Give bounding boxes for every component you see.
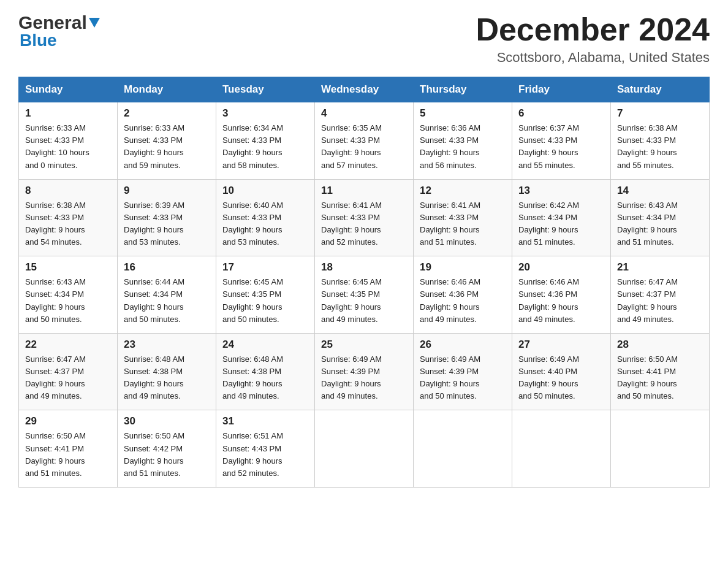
calendar-day-cell: 27Sunrise: 6:49 AMSunset: 4:40 PMDayligh… xyxy=(512,333,611,410)
logo-general-text: General xyxy=(18,12,87,33)
calendar-day-cell: 26Sunrise: 6:49 AMSunset: 4:39 PMDayligh… xyxy=(414,333,512,410)
calendar-day-cell xyxy=(414,410,512,488)
day-number: 27 xyxy=(518,339,604,351)
day-info: Sunrise: 6:33 AMSunset: 4:33 PMDaylight:… xyxy=(25,122,111,172)
calendar-day-cell: 19Sunrise: 6:46 AMSunset: 4:36 PMDayligh… xyxy=(414,256,512,334)
col-tuesday: Tuesday xyxy=(216,77,315,102)
day-info: Sunrise: 6:37 AMSunset: 4:33 PMDaylight:… xyxy=(518,122,604,172)
day-info: Sunrise: 6:38 AMSunset: 4:33 PMDaylight:… xyxy=(617,122,703,172)
logo: General Blue xyxy=(18,12,100,49)
day-info: Sunrise: 6:48 AMSunset: 4:38 PMDaylight:… xyxy=(222,353,308,403)
day-info: Sunrise: 6:43 AMSunset: 4:34 PMDaylight:… xyxy=(617,199,703,249)
calendar-day-cell: 5Sunrise: 6:36 AMSunset: 4:33 PMDaylight… xyxy=(414,102,512,180)
day-info: Sunrise: 6:49 AMSunset: 4:40 PMDaylight:… xyxy=(518,353,604,403)
day-number: 25 xyxy=(321,339,407,351)
day-number: 20 xyxy=(518,261,604,274)
day-number: 6 xyxy=(518,107,604,120)
day-number: 29 xyxy=(25,415,111,427)
calendar-day-cell: 24Sunrise: 6:48 AMSunset: 4:38 PMDayligh… xyxy=(216,333,315,410)
calendar-day-cell: 13Sunrise: 6:42 AMSunset: 4:34 PMDayligh… xyxy=(512,179,611,256)
calendar-day-cell: 3Sunrise: 6:34 AMSunset: 4:33 PMDaylight… xyxy=(216,102,315,180)
calendar-day-cell: 18Sunrise: 6:45 AMSunset: 4:35 PMDayligh… xyxy=(315,256,414,334)
col-saturday: Saturday xyxy=(611,77,710,102)
day-info: Sunrise: 6:44 AMSunset: 4:34 PMDaylight:… xyxy=(124,276,210,326)
calendar-day-cell: 16Sunrise: 6:44 AMSunset: 4:34 PMDayligh… xyxy=(118,256,216,334)
day-number: 2 xyxy=(124,107,210,120)
day-info: Sunrise: 6:49 AMSunset: 4:39 PMDaylight:… xyxy=(321,353,407,403)
calendar-day-cell: 6Sunrise: 6:37 AMSunset: 4:33 PMDaylight… xyxy=(512,102,611,180)
calendar-day-cell: 31Sunrise: 6:51 AMSunset: 4:43 PMDayligh… xyxy=(216,410,315,488)
day-number: 14 xyxy=(617,185,703,197)
col-thursday: Thursday xyxy=(414,77,512,102)
day-info: Sunrise: 6:40 AMSunset: 4:33 PMDaylight:… xyxy=(222,199,308,249)
calendar-day-cell xyxy=(512,410,611,488)
calendar-location: Scottsboro, Alabama, United States xyxy=(476,50,710,66)
day-number: 30 xyxy=(124,415,210,427)
calendar-day-cell: 14Sunrise: 6:43 AMSunset: 4:34 PMDayligh… xyxy=(611,179,710,256)
day-number: 11 xyxy=(321,185,407,197)
day-number: 18 xyxy=(321,261,407,274)
day-number: 15 xyxy=(25,261,111,274)
calendar-week-row: 15Sunrise: 6:43 AMSunset: 4:34 PMDayligh… xyxy=(19,256,710,334)
day-info: Sunrise: 6:46 AMSunset: 4:36 PMDaylight:… xyxy=(518,276,604,326)
calendar-day-cell: 4Sunrise: 6:35 AMSunset: 4:33 PMDaylight… xyxy=(315,102,414,180)
day-info: Sunrise: 6:38 AMSunset: 4:33 PMDaylight:… xyxy=(25,199,111,249)
day-number: 23 xyxy=(124,339,210,351)
calendar-day-cell: 30Sunrise: 6:50 AMSunset: 4:42 PMDayligh… xyxy=(118,410,216,488)
calendar-day-cell: 21Sunrise: 6:47 AMSunset: 4:37 PMDayligh… xyxy=(611,256,710,334)
day-info: Sunrise: 6:39 AMSunset: 4:33 PMDaylight:… xyxy=(124,199,210,249)
calendar-week-row: 29Sunrise: 6:50 AMSunset: 4:41 PMDayligh… xyxy=(19,410,710,488)
day-number: 5 xyxy=(420,107,506,120)
calendar-day-cell: 11Sunrise: 6:41 AMSunset: 4:33 PMDayligh… xyxy=(315,179,414,256)
day-info: Sunrise: 6:49 AMSunset: 4:39 PMDaylight:… xyxy=(420,353,506,403)
day-number: 21 xyxy=(617,261,703,274)
day-number: 17 xyxy=(222,261,308,274)
day-number: 12 xyxy=(420,185,506,197)
day-number: 8 xyxy=(25,185,111,197)
calendar-day-cell: 17Sunrise: 6:45 AMSunset: 4:35 PMDayligh… xyxy=(216,256,315,334)
day-number: 22 xyxy=(25,339,111,351)
day-info: Sunrise: 6:43 AMSunset: 4:34 PMDaylight:… xyxy=(25,276,111,326)
calendar-table: Sunday Monday Tuesday Wednesday Thursday… xyxy=(18,77,710,488)
day-number: 19 xyxy=(420,261,506,274)
logo-blue-text: Blue xyxy=(18,32,57,49)
day-info: Sunrise: 6:41 AMSunset: 4:33 PMDaylight:… xyxy=(420,199,506,249)
day-number: 4 xyxy=(321,107,407,120)
day-number: 28 xyxy=(617,339,703,351)
day-info: Sunrise: 6:50 AMSunset: 4:42 PMDaylight:… xyxy=(124,430,210,480)
page-header: General Blue December 2024 Scottsboro, A… xyxy=(18,12,710,66)
logo-triangle-icon xyxy=(89,18,100,31)
calendar-day-cell: 22Sunrise: 6:47 AMSunset: 4:37 PMDayligh… xyxy=(19,333,118,410)
calendar-day-cell: 8Sunrise: 6:38 AMSunset: 4:33 PMDaylight… xyxy=(19,179,118,256)
calendar-day-cell: 10Sunrise: 6:40 AMSunset: 4:33 PMDayligh… xyxy=(216,179,315,256)
day-info: Sunrise: 6:42 AMSunset: 4:34 PMDaylight:… xyxy=(518,199,604,249)
calendar-day-cell: 12Sunrise: 6:41 AMSunset: 4:33 PMDayligh… xyxy=(414,179,512,256)
day-info: Sunrise: 6:45 AMSunset: 4:35 PMDaylight:… xyxy=(222,276,308,326)
day-info: Sunrise: 6:51 AMSunset: 4:43 PMDaylight:… xyxy=(222,430,308,480)
day-number: 13 xyxy=(518,185,604,197)
calendar-day-cell: 1Sunrise: 6:33 AMSunset: 4:33 PMDaylight… xyxy=(19,102,118,180)
calendar-day-cell: 25Sunrise: 6:49 AMSunset: 4:39 PMDayligh… xyxy=(315,333,414,410)
col-friday: Friday xyxy=(512,77,611,102)
day-number: 1 xyxy=(25,107,111,120)
title-block: December 2024 Scottsboro, Alabama, Unite… xyxy=(476,12,710,66)
day-info: Sunrise: 6:33 AMSunset: 4:33 PMDaylight:… xyxy=(124,122,210,172)
calendar-day-cell: 23Sunrise: 6:48 AMSunset: 4:38 PMDayligh… xyxy=(118,333,216,410)
day-number: 26 xyxy=(420,339,506,351)
day-number: 7 xyxy=(617,107,703,120)
day-info: Sunrise: 6:50 AMSunset: 4:41 PMDaylight:… xyxy=(617,353,703,403)
calendar-week-row: 8Sunrise: 6:38 AMSunset: 4:33 PMDaylight… xyxy=(19,179,710,256)
day-number: 24 xyxy=(222,339,308,351)
day-number: 31 xyxy=(222,415,308,427)
calendar-day-cell: 28Sunrise: 6:50 AMSunset: 4:41 PMDayligh… xyxy=(611,333,710,410)
calendar-title: December 2024 xyxy=(476,12,710,47)
day-number: 10 xyxy=(222,185,308,197)
calendar-header-row: Sunday Monday Tuesday Wednesday Thursday… xyxy=(19,77,710,102)
day-info: Sunrise: 6:36 AMSunset: 4:33 PMDaylight:… xyxy=(420,122,506,172)
calendar-week-row: 22Sunrise: 6:47 AMSunset: 4:37 PMDayligh… xyxy=(19,333,710,410)
calendar-day-cell xyxy=(611,410,710,488)
day-info: Sunrise: 6:35 AMSunset: 4:33 PMDaylight:… xyxy=(321,122,407,172)
calendar-day-cell: 15Sunrise: 6:43 AMSunset: 4:34 PMDayligh… xyxy=(19,256,118,334)
day-info: Sunrise: 6:34 AMSunset: 4:33 PMDaylight:… xyxy=(222,122,308,172)
calendar-day-cell xyxy=(315,410,414,488)
